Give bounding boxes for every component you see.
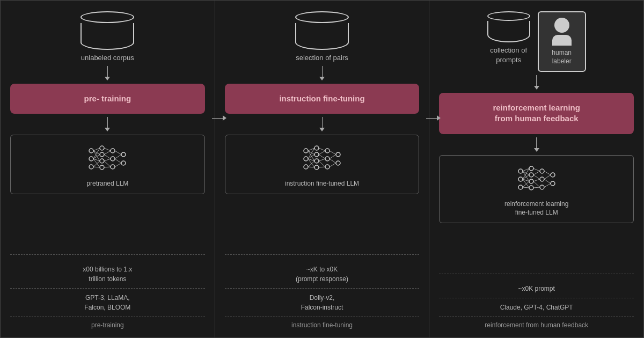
db-icon-col1 bbox=[80, 11, 134, 50]
svg-line-78 bbox=[523, 175, 529, 179]
svg-line-88 bbox=[533, 187, 540, 188]
human-label: human labeler bbox=[552, 49, 572, 65]
svg-line-85 bbox=[533, 175, 540, 179]
svg-line-77 bbox=[523, 168, 529, 179]
nn-box-col1: pretraned LLM bbox=[10, 135, 205, 194]
bottom-section-col1: x00 billions to 1.x trillion tokens GPT-… bbox=[10, 254, 205, 337]
svg-point-71 bbox=[540, 185, 544, 189]
svg-line-86 bbox=[533, 179, 540, 181]
svg-point-10 bbox=[121, 152, 126, 157]
pink-box-col3: reinforcement learning from human feedba… bbox=[439, 93, 634, 134]
svg-line-91 bbox=[544, 179, 551, 183]
svg-point-11 bbox=[121, 161, 126, 165]
svg-line-28 bbox=[115, 155, 121, 159]
svg-point-0 bbox=[89, 149, 93, 153]
svg-point-64 bbox=[518, 185, 523, 189]
db-icon-col3 bbox=[487, 11, 530, 42]
svg-line-89 bbox=[544, 171, 551, 175]
svg-point-41 bbox=[336, 152, 340, 157]
db-body-col3 bbox=[487, 21, 530, 42]
stat1-col3: ~x0K prompt bbox=[439, 280, 634, 298]
svg-point-40 bbox=[325, 165, 330, 169]
stat2-col3: Claude, GPT-4, ChatGPT bbox=[439, 298, 634, 317]
footer-col3: reinforcement from human feedback bbox=[439, 317, 634, 334]
stat1-col2: ~xK to x0K (prompt response) bbox=[225, 260, 420, 289]
svg-line-16 bbox=[93, 155, 100, 159]
svg-point-35 bbox=[314, 152, 319, 157]
stat2-col1: GPT-3, LLaMA, Falcon, BLOOM bbox=[10, 289, 205, 317]
svg-line-90 bbox=[544, 175, 551, 179]
arrow-right-1to2 bbox=[212, 115, 226, 121]
stat1-col1: x00 billions to 1.x trillion tokens bbox=[10, 260, 205, 289]
svg-point-73 bbox=[551, 181, 555, 186]
db-label-col2: selection of pairs bbox=[296, 53, 348, 63]
arrow-down-3a bbox=[534, 75, 539, 90]
svg-point-42 bbox=[336, 161, 340, 165]
svg-line-27 bbox=[115, 151, 121, 155]
bottom-section-col2: ~xK to x0K (prompt response) Dolly-v2, F… bbox=[225, 254, 420, 337]
arrow-down-2b bbox=[319, 117, 325, 131]
human-labeler-icon: human labeler bbox=[538, 11, 586, 72]
svg-point-9 bbox=[111, 165, 115, 169]
stat2-col2: Dolly-v2, Falcon-instruct bbox=[225, 289, 420, 317]
svg-line-29 bbox=[115, 159, 121, 163]
nn-svg-col1 bbox=[86, 143, 129, 175]
svg-line-76 bbox=[523, 171, 529, 181]
svg-point-32 bbox=[304, 157, 308, 161]
svg-line-61 bbox=[330, 163, 336, 167]
svg-line-26 bbox=[104, 167, 111, 167]
db-icon-col2 bbox=[295, 11, 349, 50]
nn-box-col3: reinforcement learning fine-tuned LLM bbox=[439, 155, 634, 224]
human-body bbox=[552, 35, 572, 46]
nn-label-col2: instruction fine-tuned LLM bbox=[285, 179, 359, 188]
svg-line-56 bbox=[319, 161, 325, 167]
svg-point-63 bbox=[518, 177, 523, 181]
svg-line-21 bbox=[104, 148, 111, 151]
svg-line-47 bbox=[308, 155, 314, 159]
db-label-col1: unlabeled corpus bbox=[81, 53, 134, 63]
pink-box-col1: pre- training bbox=[10, 84, 205, 114]
svg-point-33 bbox=[304, 165, 308, 169]
human-head bbox=[554, 18, 569, 33]
svg-line-82 bbox=[523, 187, 529, 188]
svg-point-1 bbox=[89, 157, 93, 161]
column-pretraining: unlabeled corpus pre- training bbox=[1, 1, 215, 337]
nn-svg-col2 bbox=[301, 143, 343, 175]
svg-point-68 bbox=[529, 186, 533, 190]
svg-point-66 bbox=[529, 173, 533, 177]
svg-point-72 bbox=[551, 173, 555, 177]
svg-line-59 bbox=[330, 155, 336, 159]
arrow-down-1b bbox=[105, 117, 110, 131]
svg-line-83 bbox=[533, 168, 540, 171]
svg-line-51 bbox=[308, 167, 314, 167]
nn-svg-col3 bbox=[515, 163, 558, 195]
svg-line-23 bbox=[104, 155, 111, 159]
svg-point-69 bbox=[540, 169, 544, 173]
pink-box-col2: instruction fine-tuning bbox=[225, 84, 420, 114]
svg-line-45 bbox=[308, 151, 314, 161]
db-ellipse-top-col3 bbox=[487, 11, 530, 21]
db-label-col3: collection of prompts bbox=[490, 46, 527, 65]
svg-point-37 bbox=[314, 165, 319, 170]
svg-point-5 bbox=[100, 159, 104, 163]
column-finetuning: selection of pairs instruction fine-tuni… bbox=[215, 1, 430, 337]
svg-point-31 bbox=[304, 149, 308, 153]
svg-point-38 bbox=[325, 149, 330, 153]
svg-point-62 bbox=[518, 169, 523, 173]
svg-point-4 bbox=[100, 152, 104, 157]
bottom-section-col3: ~x0K prompt Claude, GPT-4, ChatGPT reinf… bbox=[439, 274, 634, 337]
svg-point-67 bbox=[529, 179, 533, 183]
svg-point-65 bbox=[529, 166, 533, 171]
svg-line-60 bbox=[330, 159, 336, 163]
svg-point-8 bbox=[111, 157, 115, 161]
svg-line-30 bbox=[115, 163, 121, 167]
column-rlhf: collection of prompts human labeler rein… bbox=[429, 1, 643, 337]
svg-line-46 bbox=[308, 148, 314, 159]
arrow-right-2to3 bbox=[426, 115, 441, 121]
col3-top: collection of prompts human labeler bbox=[439, 11, 634, 72]
svg-point-39 bbox=[325, 157, 330, 161]
svg-point-70 bbox=[540, 177, 544, 181]
svg-line-87 bbox=[533, 181, 540, 187]
svg-point-2 bbox=[89, 165, 93, 169]
nn-box-col2: instruction fine-tuned LLM bbox=[225, 135, 420, 194]
